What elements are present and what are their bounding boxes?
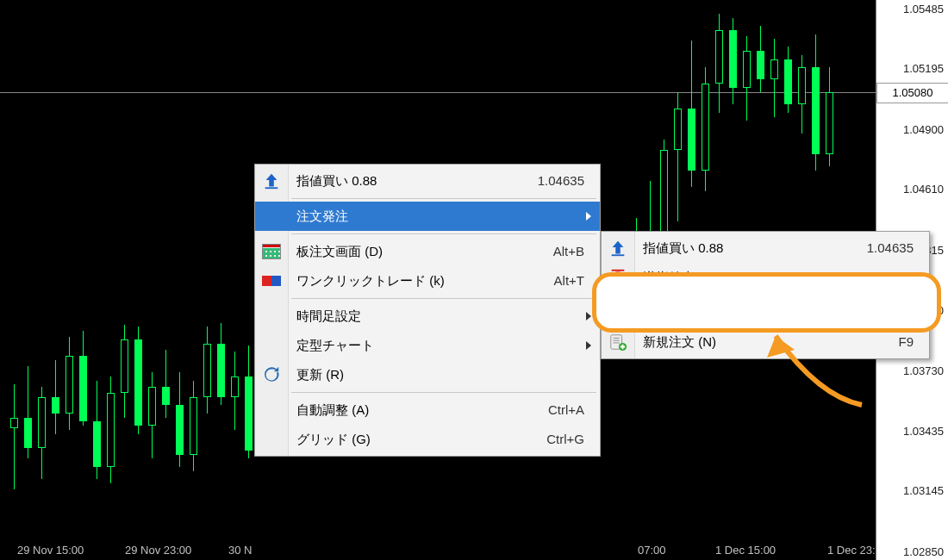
menu-item-shortcut: 1.04635: [538, 166, 584, 196]
main-menu-item-12[interactable]: グリッド (G)Ctrl+G: [255, 425, 600, 454]
new-order-icon: [607, 331, 629, 353]
sub-menu-item-4[interactable]: 新規注文 (N)F9: [602, 327, 929, 357]
svg-rect-1: [612, 254, 625, 256]
menu-item-label: グリッド (G): [296, 432, 371, 446]
main-menu-item-2[interactable]: 注文発注: [255, 202, 600, 231]
menu-item-label: 更新 (R): [296, 367, 344, 382]
up-blue-icon: [260, 170, 283, 192]
alert-plus-icon: [607, 296, 629, 318]
menu-item-label: 板注文画面 (D): [296, 244, 383, 258]
menu-item-shortcut: 1.04635: [867, 292, 914, 321]
sub-menu-item-2[interactable]: アラート1.04635: [602, 292, 929, 321]
current-price-flag: 1.05080: [876, 83, 948, 103]
y-axis-tick: 1.04610: [903, 183, 944, 196]
submenu-arrow-icon: [586, 341, 591, 350]
menu-separator: [291, 298, 596, 299]
main-menu-item-8[interactable]: 定型チャート: [255, 331, 600, 360]
x-axis-tick: 30 N: [228, 544, 252, 557]
menu-item-label: 時間足設定: [296, 308, 361, 323]
up-blue-icon: [607, 237, 629, 259]
svg-rect-0: [265, 187, 278, 189]
menu-item-label: アラート: [643, 299, 695, 314]
menu-item-shortcut: Alt+T: [554, 266, 584, 296]
menu-item-label: 自動調整 (A): [296, 402, 369, 417]
x-axis-tick: 29 Nov 23:00: [125, 544, 191, 557]
main-menu-item-4[interactable]: 板注文画面 (D)Alt+B: [255, 237, 600, 266]
down-red-icon: [607, 266, 629, 289]
refresh-icon: [260, 364, 283, 386]
main-menu-item-11[interactable]: 自動調整 (A)Ctrl+A: [255, 395, 600, 425]
menu-separator: [638, 324, 926, 325]
menu-item-label: 指値買い 0.88: [296, 173, 377, 188]
svg-rect-2: [612, 270, 625, 271]
context-menu-order-sub[interactable]: 指値買い 0.881.04635逆指値売り 0.881.04635アラート1.0…: [601, 231, 930, 359]
main-menu-item-5[interactable]: ワンクリックトレード (k)Alt+T: [255, 266, 600, 296]
menu-separator: [291, 392, 596, 393]
y-axis-tick: 1.05195: [903, 62, 944, 75]
submenu-arrow-icon: [586, 212, 591, 221]
y-axis-tick: 1.02850: [903, 545, 944, 558]
depth-grid-icon: [260, 240, 283, 263]
menu-item-label: 新規注文 (N): [643, 334, 716, 349]
y-axis-tick: 1.03435: [903, 425, 944, 438]
oneclick-icon: [260, 270, 283, 292]
main-menu-item-7[interactable]: 時間足設定: [255, 302, 600, 331]
sub-menu-item-1[interactable]: 逆指値売り 0.881.04635: [602, 263, 929, 292]
main-menu-item-9[interactable]: 更新 (R): [255, 360, 600, 389]
x-axis-tick: 29 Nov 15:00: [17, 544, 84, 557]
menu-separator: [291, 198, 596, 199]
submenu-arrow-icon: [586, 312, 591, 320]
y-axis-tick: 1.03730: [903, 364, 944, 376]
sub-menu-item-0[interactable]: 指値買い 0.881.04635: [602, 233, 929, 263]
menu-item-shortcut: Alt+B: [553, 237, 584, 266]
menu-item-shortcut: Ctrl+G: [546, 425, 584, 454]
y-axis-tick: 1.03145: [903, 484, 944, 497]
y-axis-tick: 1.05485: [903, 3, 944, 16]
menu-item-label: 注文発注: [296, 208, 348, 223]
menu-item-label: 定型チャート: [296, 338, 374, 352]
menu-item-label: 逆指値売り 0.88: [643, 270, 736, 284]
menu-item-label: ワンクリックトレード (k): [296, 273, 445, 288]
menu-item-label: 指値買い 0.88: [643, 240, 723, 255]
current-price-gridline: [0, 92, 876, 93]
menu-separator: [291, 233, 596, 234]
x-axis-tick: 1 Dec 15:00: [715, 544, 776, 557]
menu-item-shortcut: 1.04635: [867, 263, 914, 292]
x-axis-tick: 07:00: [638, 544, 666, 557]
menu-item-shortcut: Ctrl+A: [548, 395, 584, 425]
menu-item-shortcut: 1.04635: [867, 233, 914, 263]
main-menu-item-0[interactable]: 指値買い 0.881.04635: [255, 166, 600, 196]
context-menu-main[interactable]: 指値買い 0.881.04635注文発注板注文画面 (D)Alt+Bワンクリック…: [254, 164, 601, 457]
menu-item-shortcut: F9: [898, 327, 914, 357]
y-axis-tick: 1.04900: [903, 122, 944, 135]
